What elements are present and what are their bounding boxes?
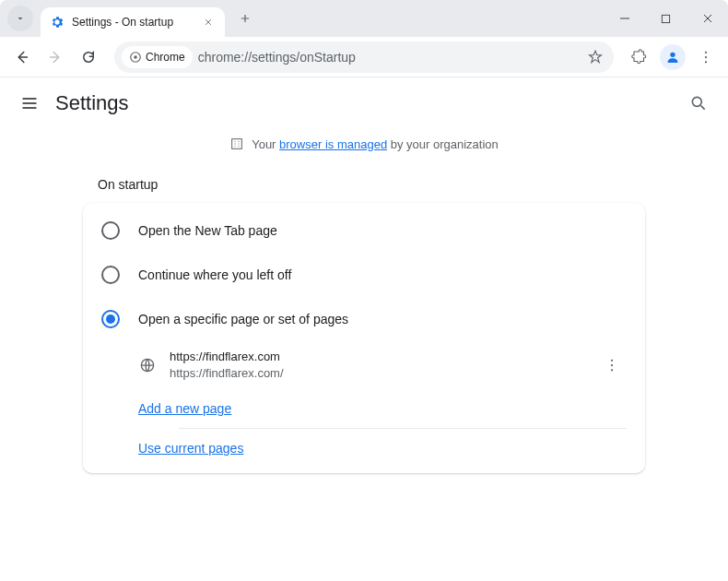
arrow-left-icon	[14, 49, 30, 65]
startup-card: Open the New Tab page Continue where you…	[83, 203, 645, 473]
globe-icon	[138, 356, 157, 374]
radio-label: Open a specific page or set of pages	[138, 312, 348, 326]
specific-pages-list: https://findflarex.com https://findflare…	[123, 341, 645, 468]
profile-button[interactable]	[658, 42, 687, 72]
radio-icon	[101, 310, 120, 328]
close-window-button[interactable]	[687, 0, 728, 37]
more-vert-icon	[604, 357, 620, 374]
tab-close-button[interactable]	[201, 15, 216, 30]
chevron-down-icon	[15, 13, 26, 24]
settings-header: Settings	[0, 77, 728, 129]
svg-rect-0	[662, 15, 669, 22]
add-new-page-link[interactable]: Add a new page	[138, 401, 231, 416]
minimize-icon	[619, 13, 630, 24]
arrow-right-icon	[47, 49, 64, 65]
reload-button[interactable]	[74, 42, 103, 72]
use-current-row: Use current pages	[123, 429, 645, 468]
svg-point-7	[692, 97, 701, 106]
url-text: chrome://settings/onStartup	[198, 50, 581, 65]
radio-specific-pages[interactable]: Open a specific page or set of pages	[83, 297, 645, 341]
radio-open-new-tab[interactable]: Open the New Tab page	[83, 208, 645, 253]
window-controls	[604, 0, 728, 37]
svg-point-11	[611, 364, 613, 366]
settings-search-button[interactable]	[687, 92, 710, 114]
svg-rect-8	[232, 139, 242, 149]
plus-icon	[239, 12, 252, 25]
tab-title: Settings - On startup	[72, 16, 201, 29]
browser-tab[interactable]: Settings - On startup	[41, 7, 225, 37]
building-icon	[229, 136, 244, 151]
browser-toolbar: Chrome chrome://settings/onStartup	[0, 37, 728, 77]
menu-button[interactable]	[691, 42, 721, 72]
radio-continue[interactable]: Continue where you left off	[83, 253, 645, 297]
page-entry-url: https://findflarex.com/	[170, 365, 584, 382]
page-entry-title: https://findflarex.com	[170, 349, 584, 365]
back-button[interactable]	[7, 42, 37, 72]
address-bar[interactable]: Chrome chrome://settings/onStartup	[114, 42, 614, 73]
site-chip[interactable]: Chrome	[122, 46, 193, 68]
puzzle-icon	[631, 49, 648, 65]
startup-page-entry: https://findflarex.com https://findflare…	[123, 341, 645, 389]
add-page-row: Add a new page	[123, 389, 645, 428]
hamburger-icon	[20, 94, 39, 113]
new-tab-button[interactable]	[232, 6, 258, 31]
window-titlebar: Settings - On startup	[0, 0, 728, 37]
maximize-button[interactable]	[645, 0, 687, 37]
use-current-pages-link[interactable]: Use current pages	[138, 441, 243, 456]
search-icon	[689, 94, 708, 113]
radio-label: Continue where you left off	[138, 267, 291, 282]
page-title: Settings	[55, 91, 129, 115]
bookmark-button[interactable]	[581, 42, 610, 72]
forward-button[interactable]	[41, 42, 70, 72]
svg-point-5	[705, 55, 707, 57]
close-icon	[204, 18, 213, 27]
svg-point-4	[705, 51, 707, 53]
close-icon	[702, 13, 713, 24]
chrome-icon	[129, 51, 142, 64]
tab-search-button[interactable]	[7, 6, 33, 31]
gear-icon	[50, 15, 65, 30]
settings-content: On startup Open the New Tab page Continu…	[0, 177, 728, 473]
site-chip-label: Chrome	[146, 51, 185, 64]
managed-prefix: Your	[252, 137, 279, 151]
section-title: On startup	[98, 177, 645, 192]
managed-link[interactable]: browser is managed	[279, 137, 387, 151]
radio-icon	[101, 266, 120, 284]
extensions-button[interactable]	[625, 42, 654, 72]
person-icon	[665, 50, 680, 65]
radio-label: Open the New Tab page	[138, 223, 277, 238]
maximize-icon	[661, 14, 671, 24]
svg-point-2	[134, 55, 137, 59]
radio-icon	[101, 221, 120, 240]
page-entry-more-button[interactable]	[597, 350, 627, 380]
minimize-button[interactable]	[604, 0, 645, 37]
svg-point-6	[705, 61, 707, 63]
svg-point-10	[611, 360, 613, 362]
star-icon	[587, 49, 604, 65]
settings-menu-button[interactable]	[18, 92, 41, 114]
managed-suffix: by your organization	[387, 137, 499, 151]
svg-point-12	[611, 369, 613, 371]
more-vert-icon	[698, 49, 714, 65]
svg-point-3	[670, 52, 675, 56]
managed-banner: Your browser is managed by your organiza…	[0, 129, 728, 159]
reload-icon	[80, 49, 97, 65]
